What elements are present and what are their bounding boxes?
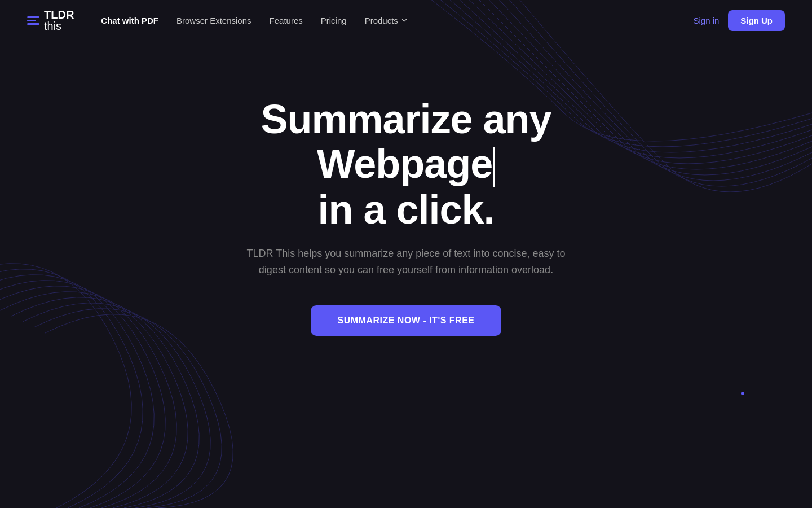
logo[interactable]: TLDR this [27, 9, 74, 32]
nav-pricing[interactable]: Pricing [321, 16, 347, 25]
nav-browser-extensions[interactable]: Browser Extensions [176, 16, 251, 25]
nav-links: Chat with PDF Browser Extensions Feature… [101, 16, 693, 25]
sign-in-button[interactable]: Sign in [693, 16, 719, 25]
nav-features[interactable]: Features [270, 16, 303, 25]
navbar: TLDR this Chat with PDF Browser Extensio… [0, 0, 812, 41]
hero-section: Summarize any Webpage in a click. TLDR T… [0, 41, 812, 336]
hero-subtitle: TLDR This helps you summarize any piece … [237, 246, 575, 278]
hero-title: Summarize any Webpage in a click. [180, 97, 632, 232]
nav-chat-pdf[interactable]: Chat with PDF [101, 16, 158, 25]
nav-actions: Sign in Sign Up [693, 10, 785, 31]
logo-icon [27, 16, 39, 25]
cursor-blink [493, 147, 495, 187]
sign-up-button[interactable]: Sign Up [728, 10, 785, 31]
chevron-down-icon [400, 16, 408, 24]
decorative-dot [741, 392, 744, 395]
logo-text: TLDR this [44, 9, 74, 32]
cta-summarize-button[interactable]: SUMMARIZE NOW - IT'S FREE [311, 305, 502, 336]
nav-products[interactable]: Products [365, 16, 408, 25]
